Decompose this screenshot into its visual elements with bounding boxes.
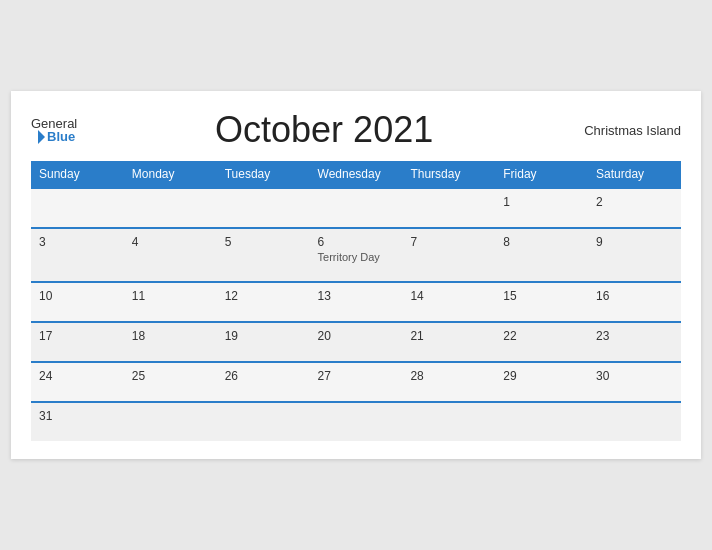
day-number: 14	[410, 289, 487, 303]
calendar-cell	[217, 188, 310, 228]
calendar-cell: 6Territory Day	[310, 228, 403, 282]
calendar-cell: 24	[31, 362, 124, 402]
calendar-cell: 16	[588, 282, 681, 322]
calendar-cell: 25	[124, 362, 217, 402]
calendar-cell: 11	[124, 282, 217, 322]
weekday-header-wednesday: Wednesday	[310, 161, 403, 188]
day-number: 26	[225, 369, 302, 383]
logo-blue-text: Blue	[47, 130, 75, 143]
calendar-header: General Blue October 2021 Christmas Isla…	[31, 109, 681, 151]
logo: General Blue	[31, 117, 77, 144]
day-number: 12	[225, 289, 302, 303]
calendar-cell	[124, 188, 217, 228]
calendar-cell	[588, 402, 681, 441]
calendar-week-row: 17181920212223	[31, 322, 681, 362]
day-number: 4	[132, 235, 209, 249]
calendar-cell: 22	[495, 322, 588, 362]
calendar-cell: 20	[310, 322, 403, 362]
calendar-week-row: 12	[31, 188, 681, 228]
day-number: 5	[225, 235, 302, 249]
event-label: Territory Day	[318, 251, 395, 263]
calendar-cell	[402, 188, 495, 228]
page-title: October 2021	[77, 109, 571, 151]
day-number: 23	[596, 329, 673, 343]
day-number: 24	[39, 369, 116, 383]
day-number: 11	[132, 289, 209, 303]
calendar-week-row: 10111213141516	[31, 282, 681, 322]
logo-flag-icon	[31, 130, 45, 144]
weekday-header-thursday: Thursday	[402, 161, 495, 188]
day-number: 28	[410, 369, 487, 383]
day-number: 29	[503, 369, 580, 383]
calendar-cell: 27	[310, 362, 403, 402]
calendar-cell: 1	[495, 188, 588, 228]
calendar-cell: 19	[217, 322, 310, 362]
calendar-cell	[495, 402, 588, 441]
calendar-week-row: 24252627282930	[31, 362, 681, 402]
day-number: 13	[318, 289, 395, 303]
calendar-cell: 28	[402, 362, 495, 402]
weekday-header-friday: Friday	[495, 161, 588, 188]
day-number: 10	[39, 289, 116, 303]
calendar-cell	[310, 188, 403, 228]
calendar-cell: 26	[217, 362, 310, 402]
calendar-cell: 21	[402, 322, 495, 362]
calendar-cell	[310, 402, 403, 441]
calendar-cell: 23	[588, 322, 681, 362]
calendar-cell: 13	[310, 282, 403, 322]
weekday-header-tuesday: Tuesday	[217, 161, 310, 188]
weekday-header-saturday: Saturday	[588, 161, 681, 188]
day-number: 30	[596, 369, 673, 383]
day-number: 15	[503, 289, 580, 303]
day-number: 20	[318, 329, 395, 343]
logo-general-text: General	[31, 117, 77, 130]
calendar-cell: 10	[31, 282, 124, 322]
day-number: 17	[39, 329, 116, 343]
calendar-cell	[124, 402, 217, 441]
day-number: 1	[503, 195, 580, 209]
day-number: 27	[318, 369, 395, 383]
day-number: 22	[503, 329, 580, 343]
calendar-cell: 12	[217, 282, 310, 322]
calendar-week-row: 31	[31, 402, 681, 441]
calendar-cell: 18	[124, 322, 217, 362]
calendar-cell: 30	[588, 362, 681, 402]
calendar-cell: 5	[217, 228, 310, 282]
calendar-cell: 14	[402, 282, 495, 322]
calendar-cell: 9	[588, 228, 681, 282]
day-number: 6	[318, 235, 395, 249]
calendar-cell: 7	[402, 228, 495, 282]
calendar-cell: 8	[495, 228, 588, 282]
day-number: 21	[410, 329, 487, 343]
calendar-cell: 17	[31, 322, 124, 362]
calendar-cell	[217, 402, 310, 441]
calendar-cell: 4	[124, 228, 217, 282]
day-number: 2	[596, 195, 673, 209]
day-number: 3	[39, 235, 116, 249]
day-number: 31	[39, 409, 116, 423]
day-number: 16	[596, 289, 673, 303]
day-number: 18	[132, 329, 209, 343]
calendar-cell: 31	[31, 402, 124, 441]
calendar-cell: 15	[495, 282, 588, 322]
calendar-cell	[402, 402, 495, 441]
region-label: Christmas Island	[571, 123, 681, 138]
weekday-header-sunday: Sunday	[31, 161, 124, 188]
calendar-table: SundayMondayTuesdayWednesdayThursdayFrid…	[31, 161, 681, 441]
weekday-header-monday: Monday	[124, 161, 217, 188]
day-number: 9	[596, 235, 673, 249]
calendar-cell	[31, 188, 124, 228]
calendar-cell: 3	[31, 228, 124, 282]
day-number: 25	[132, 369, 209, 383]
svg-marker-0	[38, 130, 45, 144]
calendar-week-row: 3456Territory Day789	[31, 228, 681, 282]
calendar-container: General Blue October 2021 Christmas Isla…	[11, 91, 701, 459]
calendar-cell: 29	[495, 362, 588, 402]
weekday-header-row: SundayMondayTuesdayWednesdayThursdayFrid…	[31, 161, 681, 188]
day-number: 19	[225, 329, 302, 343]
day-number: 7	[410, 235, 487, 249]
day-number: 8	[503, 235, 580, 249]
calendar-cell: 2	[588, 188, 681, 228]
